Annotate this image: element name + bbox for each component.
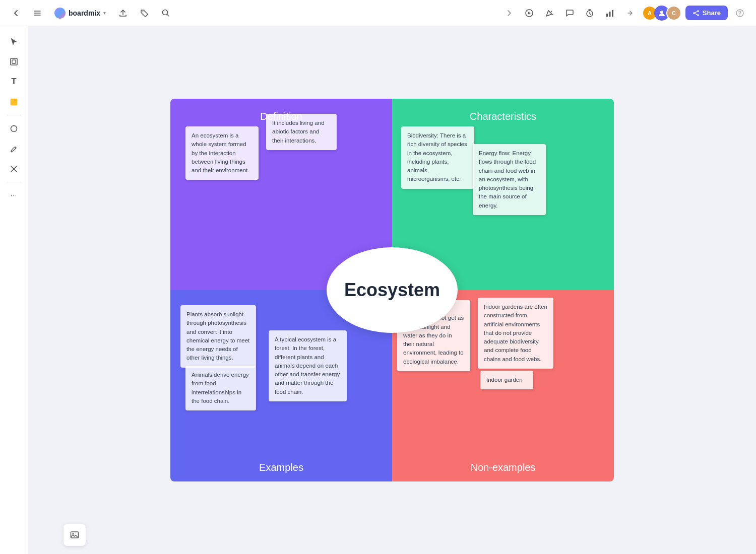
back-button[interactable] — [8, 5, 24, 21]
svg-point-16 — [11, 125, 17, 131]
center-oval: Ecosystem — [327, 247, 458, 333]
characteristics-note-1: Biodiversity: There is a rich diversity … — [401, 126, 474, 189]
search-button[interactable] — [157, 5, 173, 21]
share-label: Share — [703, 9, 721, 17]
svg-point-12 — [739, 15, 740, 16]
tool-frame[interactable] — [5, 52, 23, 71]
tool-cursor[interactable] — [5, 32, 23, 50]
bottom-toolbar — [64, 524, 86, 546]
tool-text[interactable]: T — [5, 73, 23, 91]
tool-connector[interactable] — [5, 160, 23, 178]
frayer-model-diagram: Definition An ecosystem is a whole syste… — [170, 99, 614, 481]
celebrate-button[interactable] — [541, 5, 557, 21]
svg-rect-6 — [612, 10, 613, 17]
play-button[interactable] — [521, 5, 537, 21]
characteristics-note-2: Energy flow: Energy flows through the fo… — [473, 144, 546, 215]
brand-chevron-icon: ▾ — [103, 10, 106, 16]
tag-button[interactable] — [136, 5, 152, 21]
brand-logo-area[interactable]: boardmix ▾ — [50, 6, 110, 21]
svg-rect-14 — [12, 60, 16, 63]
characteristics-label: Characteristics — [400, 107, 606, 122]
center-title: Ecosystem — [344, 280, 440, 301]
chart-button[interactable] — [602, 5, 618, 21]
svg-rect-5 — [609, 12, 610, 17]
upload-button[interactable] — [115, 5, 131, 21]
collapse-panel-button[interactable] — [501, 5, 517, 21]
examples-note-3: A typical ecosystem is a forest. In the … — [269, 330, 347, 401]
svg-point-7 — [660, 11, 663, 14]
sidebar-divider-1 — [7, 115, 21, 115]
timer-button[interactable] — [582, 5, 598, 21]
left-sidebar: T ··· — [0, 26, 28, 554]
menu-button[interactable] — [29, 5, 45, 21]
svg-point-8 — [697, 10, 699, 12]
brand-name-label: boardmix — [69, 9, 100, 17]
nav-left-group: boardmix ▾ — [8, 5, 173, 21]
collaborators-avatars: A C — [642, 6, 681, 21]
svg-point-9 — [693, 12, 695, 14]
tool-shape[interactable] — [5, 119, 23, 137]
top-navigation: boardmix ▾ — [0, 0, 756, 26]
svg-rect-13 — [11, 58, 17, 65]
examples-label: Examples — [170, 462, 392, 473]
more-tools-button[interactable] — [622, 5, 638, 21]
tool-sticky[interactable] — [5, 93, 23, 111]
brand-logo-icon — [54, 8, 66, 19]
examples-note-2: Animals derive energy from food interrel… — [185, 366, 256, 410]
svg-point-0 — [143, 11, 144, 12]
svg-rect-15 — [11, 99, 17, 105]
insert-image-button[interactable] — [67, 527, 83, 543]
definition-note-1: An ecosystem is a whole system formed by… — [185, 126, 259, 180]
nav-right-group: A C Share — [501, 5, 748, 21]
nonexamples-note-3: Indoor garden — [480, 371, 533, 389]
nonexamples-note-2: Indoor gardens are often constructed fro… — [478, 298, 553, 369]
share-button[interactable]: Share — [685, 6, 728, 20]
examples-note-1: Plants absorb sunlight through photosynt… — [180, 305, 256, 368]
main-content: T ··· — [0, 26, 756, 554]
tool-pen[interactable] — [5, 140, 23, 158]
avatar-user3: C — [666, 6, 681, 21]
svg-point-10 — [697, 14, 699, 16]
canvas-area[interactable]: Definition An ecosystem is a whole syste… — [28, 26, 756, 554]
svg-point-18 — [73, 533, 74, 535]
help-button[interactable] — [732, 5, 748, 21]
tool-more[interactable]: ··· — [5, 186, 23, 204]
nonexamples-label: Non-examples — [392, 462, 614, 473]
svg-rect-4 — [606, 14, 608, 17]
definition-note-2: It includes living and abiotic factors a… — [266, 114, 337, 150]
sidebar-divider-2 — [7, 182, 21, 182]
comment-button[interactable] — [561, 5, 578, 21]
